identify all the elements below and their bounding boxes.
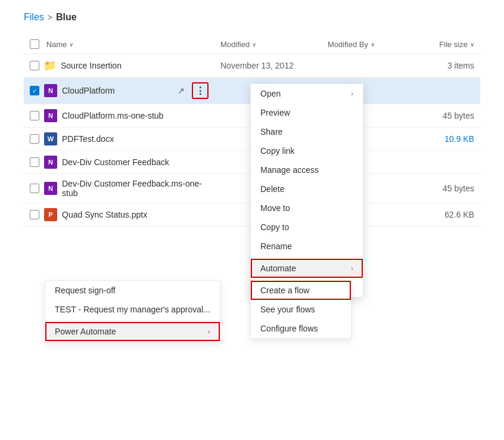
file-size: 10.9 KB xyxy=(417,128,480,151)
col-size-label: File size xyxy=(439,40,468,49)
menu-item-move-to-label: Move to xyxy=(260,203,290,213)
file-size: 62.6 KB xyxy=(417,203,480,227)
menu-item-copy-to[interactable]: Copy to xyxy=(251,218,363,237)
breadcrumb-root[interactable]: Files xyxy=(24,12,44,23)
power-automate-arrow: › xyxy=(208,328,210,335)
row-checkbox[interactable] xyxy=(30,157,39,167)
col-header-size[interactable]: File size ∨ xyxy=(417,35,480,54)
word-icon: W xyxy=(44,132,57,145)
table-row: 📁 Source Insertion November 13, 2012 3 i… xyxy=(24,54,480,78)
automate-submenu-arrow: › xyxy=(351,265,353,272)
row-checkbox[interactable] xyxy=(30,210,39,219)
modified-date: November 13, 2012 xyxy=(214,54,322,78)
powerpoint-icon: P xyxy=(44,208,57,221)
file-size xyxy=(417,78,480,104)
file-name[interactable]: PDFTest.docx xyxy=(62,134,114,144)
onenote-icon: N xyxy=(44,109,57,122)
breadcrumb-separator: > xyxy=(48,13,52,22)
file-size: 3 items xyxy=(417,54,480,78)
submenu-power-automate: Create a flow See your flows Configure f… xyxy=(250,280,351,339)
menu-item-request-signoff[interactable]: Request sign-off xyxy=(45,281,220,300)
open-submenu-arrow: › xyxy=(351,90,353,97)
menu-item-rename-label: Rename xyxy=(260,241,292,251)
row-checkbox[interactable] xyxy=(30,184,39,193)
menu-item-open[interactable]: Open › xyxy=(251,84,363,103)
modified-by-sort-icon: ∨ xyxy=(371,41,375,48)
menu-item-copy-link[interactable]: Copy link xyxy=(251,141,363,160)
modified-by xyxy=(322,54,417,78)
menu-item-test-request[interactable]: TEST - Request my manager's approval... xyxy=(45,300,220,319)
row-checkbox[interactable] xyxy=(30,61,39,70)
col-header-name[interactable]: Name ∨ xyxy=(24,35,214,54)
see-flows-label: See your flows xyxy=(260,305,315,314)
menu-item-move-to[interactable]: Move to xyxy=(251,199,363,218)
menu-item-preview-label: Preview xyxy=(260,108,290,117)
menu-item-delete-label: Delete xyxy=(260,184,284,194)
onenote-icon: N xyxy=(44,156,57,169)
menu-item-share[interactable]: Share xyxy=(251,122,363,141)
menu-item-power-automate[interactable]: Power Automate › xyxy=(45,322,220,341)
row-checkbox[interactable] xyxy=(30,111,39,120)
file-name[interactable]: Quad Sync Status.pptx xyxy=(62,210,147,219)
more-options-button[interactable]: ⋮ xyxy=(192,82,209,99)
menu-item-delete[interactable]: Delete xyxy=(251,179,363,199)
menu-item-preview[interactable]: Preview xyxy=(251,103,363,122)
file-size: 45 bytes xyxy=(417,174,480,203)
power-automate-label: Power Automate xyxy=(55,327,116,336)
col-modified-label: Modified xyxy=(220,40,250,49)
menu-item-copy-to-label: Copy to xyxy=(260,222,289,232)
onenote-icon: N xyxy=(44,182,57,195)
create-flow-label: Create a flow xyxy=(260,286,309,295)
col-name-label: Name xyxy=(46,40,67,49)
onenote-icon: N xyxy=(44,84,57,97)
menu-item-create-flow[interactable]: Create a flow xyxy=(251,281,351,300)
menu-item-see-flows[interactable]: See your flows xyxy=(251,300,351,319)
breadcrumb-current: Blue xyxy=(56,12,77,23)
row-checkbox[interactable] xyxy=(30,134,39,144)
file-name[interactable]: CloudPlatform xyxy=(62,86,115,95)
submenu-divider xyxy=(45,320,220,321)
file-name[interactable]: Source Insertion xyxy=(61,61,122,70)
file-name[interactable]: Dev-Div Customer Feedback xyxy=(62,157,169,167)
share-icon[interactable]: ↗ xyxy=(174,83,188,98)
file-size: 45 bytes xyxy=(417,104,480,128)
name-sort-icon: ∨ xyxy=(69,41,73,48)
file-name[interactable]: CloudPlatform.ms-one-stub xyxy=(62,111,163,120)
table-header-row: Name ∨ Modified ∨ Modified By ∨ xyxy=(24,35,480,54)
menu-item-rename[interactable]: Rename xyxy=(251,237,363,256)
col-header-modified-by[interactable]: Modified By ∨ xyxy=(322,35,417,54)
menu-item-manage-access[interactable]: Manage access xyxy=(251,160,363,179)
menu-divider xyxy=(251,257,363,258)
test-request-label: TEST - Request my manager's approval... xyxy=(55,305,210,314)
col-modified-by-label: Modified By xyxy=(328,40,368,49)
menu-item-copy-link-label: Copy link xyxy=(260,146,295,156)
size-sort-icon: ∨ xyxy=(470,41,474,48)
menu-item-automate[interactable]: Automate › xyxy=(251,259,363,278)
submenu-automate: Request sign-off TEST - Request my manag… xyxy=(45,280,220,342)
menu-item-automate-label: Automate xyxy=(260,264,296,273)
configure-flows-label: Configure flows xyxy=(260,324,318,333)
context-menu: Open › Preview Share Copy link Manage ac… xyxy=(250,83,363,298)
file-name[interactable]: Dev-Div Customer Feedback.ms-one-stub xyxy=(62,179,209,198)
folder-icon: 📁 xyxy=(44,59,56,72)
file-size xyxy=(417,151,480,174)
page-wrapper: Files > Blue Name ∨ Modified ∨ xyxy=(0,0,504,238)
menu-item-share-label: Share xyxy=(260,127,282,137)
row-checkbox[interactable]: ✓ xyxy=(30,86,39,95)
breadcrumb: Files > Blue xyxy=(24,12,480,23)
menu-item-manage-access-label: Manage access xyxy=(260,165,319,175)
col-header-modified[interactable]: Modified ∨ xyxy=(214,35,322,54)
menu-item-configure-flows[interactable]: Configure flows xyxy=(251,319,351,338)
modified-sort-icon: ∨ xyxy=(252,41,256,48)
request-signoff-label: Request sign-off xyxy=(55,286,116,295)
menu-item-open-label: Open xyxy=(260,89,281,98)
